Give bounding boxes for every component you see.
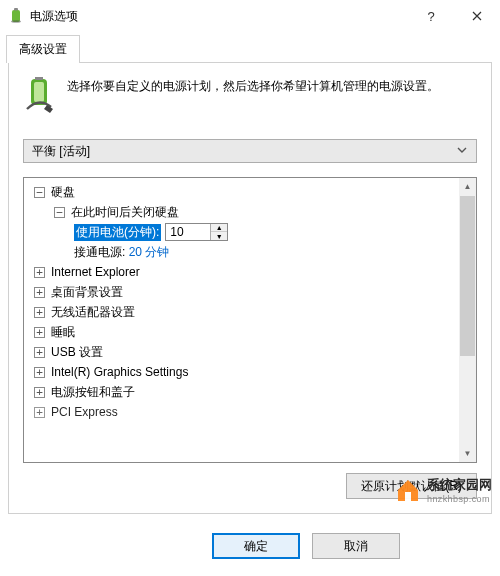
expand-icon[interactable]: + <box>34 367 45 378</box>
tab-strip: 高级设置 <box>0 34 500 62</box>
close-button[interactable] <box>454 0 500 32</box>
scroll-up-icon[interactable]: ▲ <box>459 178 476 195</box>
scrollbar-vertical[interactable]: ▲ ▼ <box>459 178 476 462</box>
spinner-up[interactable]: ▲ <box>211 224 227 232</box>
tree-node-usb[interactable]: + USB 设置 <box>26 342 474 362</box>
tree-node-disk[interactable]: − 硬盘 <box>26 182 474 202</box>
tree-label: USB 设置 <box>51 344 103 361</box>
tree-label: Intel(R) Graphics Settings <box>51 365 188 379</box>
expand-icon[interactable]: + <box>34 347 45 358</box>
tree-label: Internet Explorer <box>51 265 140 279</box>
svg-rect-6 <box>405 492 411 501</box>
tree-label: 睡眠 <box>51 324 75 341</box>
svg-point-2 <box>11 20 21 23</box>
ac-setting-value[interactable]: 20 分钟 <box>129 244 170 261</box>
intro-row: 选择你要自定义的电源计划，然后选择你希望计算机管理的电源设置。 <box>23 77 477 117</box>
tree-node-pci[interactable]: + PCI Express <box>26 402 474 422</box>
dialog-footer: 确定 取消 <box>0 516 500 576</box>
house-icon <box>395 477 421 503</box>
tree-label: 无线适配器设置 <box>51 304 135 321</box>
tree-node-power-buttons[interactable]: + 电源按钮和盖子 <box>26 382 474 402</box>
tree-label: 桌面背景设置 <box>51 284 123 301</box>
tree-label: 电源按钮和盖子 <box>51 384 135 401</box>
tree-label: 硬盘 <box>51 184 75 201</box>
expand-icon[interactable]: + <box>34 307 45 318</box>
watermark-text-en: hnzkhbsp.com <box>427 494 492 504</box>
battery-plug-icon <box>23 77 57 117</box>
watermark: 系统家园网 hnzkhbsp.com <box>395 476 492 504</box>
tree-leaf-ac[interactable]: 接通电源: 20 分钟 <box>26 242 474 262</box>
tree-node-ie[interactable]: + Internet Explorer <box>26 262 474 282</box>
tree-label: PCI Express <box>51 405 118 419</box>
ok-button[interactable]: 确定 <box>212 533 300 559</box>
chevron-down-icon <box>456 144 468 159</box>
tab-advanced[interactable]: 高级设置 <box>6 35 80 63</box>
tree-node-sleep[interactable]: + 睡眠 <box>26 322 474 342</box>
scroll-down-icon[interactable]: ▼ <box>459 445 476 462</box>
tree-node-desktop-bg[interactable]: + 桌面背景设置 <box>26 282 474 302</box>
scroll-thumb[interactable] <box>460 196 475 356</box>
expand-icon[interactable]: + <box>34 287 45 298</box>
svg-rect-1 <box>14 8 18 11</box>
tree-label: 在此时间后关闭硬盘 <box>71 204 179 221</box>
expand-icon[interactable]: + <box>34 387 45 398</box>
collapse-icon[interactable]: − <box>54 207 65 218</box>
tree-node-intel-gfx[interactable]: + Intel(R) Graphics Settings <box>26 362 474 382</box>
spinner-down[interactable]: ▼ <box>211 232 227 240</box>
battery-icon <box>8 8 24 24</box>
titlebar: 电源选项 ? <box>0 0 500 32</box>
cancel-button[interactable]: 取消 <box>312 533 400 559</box>
svg-rect-5 <box>34 82 44 102</box>
collapse-icon[interactable]: − <box>34 187 45 198</box>
svg-rect-4 <box>35 77 43 80</box>
battery-setting-label: 使用电池(分钟): <box>74 224 161 241</box>
tree-node-wifi[interactable]: + 无线适配器设置 <box>26 302 474 322</box>
help-button[interactable]: ? <box>408 0 454 32</box>
battery-minutes-input[interactable] <box>166 224 210 240</box>
power-plan-selected: 平衡 [活动] <box>32 143 90 160</box>
expand-icon[interactable]: + <box>34 407 45 418</box>
ac-setting-label: 接通电源: <box>74 244 125 261</box>
window-title: 电源选项 <box>30 8 78 25</box>
tree-node-turn-off-disk[interactable]: − 在此时间后关闭硬盘 <box>26 202 474 222</box>
expand-icon[interactable]: + <box>34 327 45 338</box>
battery-minutes-spinner[interactable]: ▲ ▼ <box>165 223 228 241</box>
tree-leaf-battery[interactable]: 使用电池(分钟): ▲ ▼ <box>26 222 474 242</box>
watermark-text-zh: 系统家园网 <box>427 476 492 494</box>
power-plan-combo[interactable]: 平衡 [活动] <box>23 139 477 163</box>
settings-tree: − 硬盘 − 在此时间后关闭硬盘 使用电池(分钟): ▲ ▼ <box>23 177 477 463</box>
intro-text: 选择你要自定义的电源计划，然后选择你希望计算机管理的电源设置。 <box>67 77 439 96</box>
tab-page-advanced: 选择你要自定义的电源计划，然后选择你希望计算机管理的电源设置。 平衡 [活动] … <box>8 62 492 514</box>
expand-icon[interactable]: + <box>34 267 45 278</box>
